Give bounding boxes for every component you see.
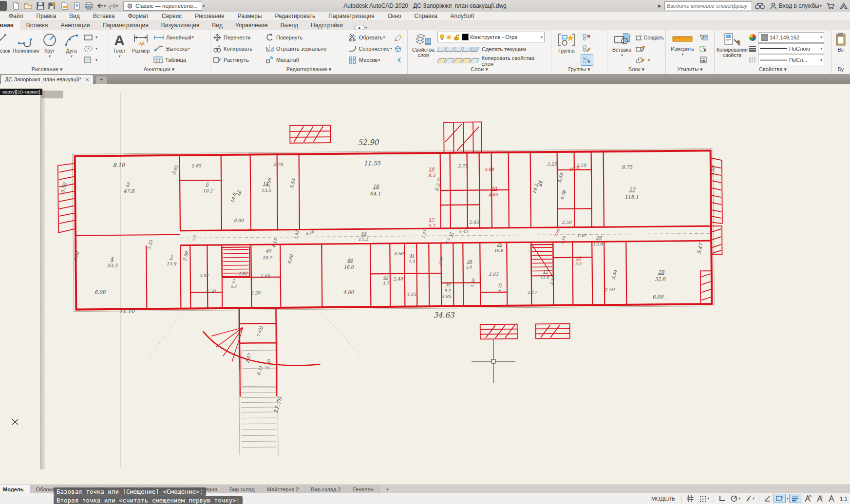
- group-button[interactable]: Группа: [553, 31, 580, 66]
- panel-label-annotation[interactable]: Аннотации ▾: [108, 66, 210, 74]
- leader-button[interactable]: Выноска▾: [152, 43, 206, 54]
- stretch-button[interactable]: Растянуть: [212, 55, 264, 65]
- offset-button[interactable]: [393, 55, 404, 65]
- layout-tab[interactable]: Вир.склад: [224, 485, 261, 493]
- circle-button[interactable]: Круг▾: [38, 31, 60, 66]
- arc-button[interactable]: Дуга▾: [60, 31, 82, 66]
- snap-mode-icon[interactable]: ▾: [697, 494, 711, 504]
- command-prompt-line-1[interactable]: Базовая точка или [Смещение] <Смещение>:: [54, 487, 206, 496]
- sign-in-button[interactable]: Вход в службы: [779, 2, 819, 9]
- workspace-dropdown-icon[interactable]: ▾: [203, 4, 205, 8]
- hatch-tool-button[interactable]: ▾: [82, 55, 102, 65]
- layout-tab[interactable]: Модель: [0, 485, 30, 493]
- group-edit-button[interactable]: [581, 43, 593, 54]
- menu-item[interactable]: AndySoft: [451, 13, 474, 19]
- user-icon[interactable]: [770, 2, 777, 10]
- menu-item[interactable]: Окно: [388, 13, 401, 19]
- panel-label-layers[interactable]: Слои ▾: [408, 66, 551, 74]
- select-similar-button[interactable]: [698, 43, 710, 54]
- panel-label-clipboard[interactable]: Бу: [831, 66, 850, 74]
- attribute-edit-button[interactable]: ▾: [635, 55, 664, 65]
- quick-select-button[interactable]: [698, 32, 710, 43]
- layer-select-combo[interactable]: Конструктив - Огра ▾: [437, 32, 545, 42]
- ortho-mode-icon[interactable]: [717, 494, 727, 503]
- annotation-autoscale-icon[interactable]: [814, 494, 826, 503]
- block-edit-button[interactable]: [635, 43, 664, 54]
- viewport-controls[interactable]: верху][2D-каркас]: [0, 89, 42, 95]
- menu-item[interactable]: Редактировать: [275, 13, 315, 19]
- polyline-button[interactable]: Полилиния: [13, 31, 38, 66]
- ribbon-tab[interactable]: Управление: [229, 20, 274, 30]
- print-icon[interactable]: [84, 1, 94, 11]
- panel-label-utilities[interactable]: Утилиты ▾: [666, 66, 714, 74]
- line-button[interactable]: Отрезок: [0, 31, 13, 66]
- app-store-cart-icon[interactable]: [826, 2, 835, 10]
- menu-item[interactable]: Правка: [37, 13, 57, 19]
- drawing-tab[interactable]: ДС Запоріжжя_план евакуації*✕: [1, 75, 93, 84]
- menu-item[interactable]: Рисование: [195, 13, 224, 19]
- object-snap-icon[interactable]: ▾: [743, 494, 756, 503]
- make-current-label[interactable]: Сделать текущим: [482, 46, 526, 52]
- ribbon-tab[interactable]: Вывод: [274, 20, 304, 30]
- menu-item[interactable]: Вставка: [93, 13, 115, 19]
- panel-label-draw[interactable]: Рисование ▾: [0, 66, 108, 74]
- paste-button[interactable]: Вс: [833, 31, 849, 66]
- menu-item[interactable]: Формат: [128, 13, 149, 19]
- ungroup-button[interactable]: [581, 32, 593, 42]
- lineweight-display-icon[interactable]: [789, 494, 801, 503]
- add-layout-button[interactable]: +: [380, 485, 395, 493]
- layout-tab[interactable]: Генплан: [347, 485, 380, 493]
- ribbon-tab[interactable]: Аннотации: [54, 20, 96, 30]
- calculator-button[interactable]: [699, 55, 709, 65]
- linear-dimension-button[interactable]: Линейный▾: [152, 32, 206, 43]
- ribbon-tab[interactable]: Надстройки: [304, 20, 349, 30]
- dimension-button[interactable]: Размер: [129, 31, 152, 66]
- group-selection-toggle[interactable]: [581, 54, 593, 66]
- make-current-icon[interactable]: [470, 47, 480, 52]
- linetype-select[interactable]: ПоСл...▾: [758, 55, 824, 65]
- match-properties-button[interactable]: Копирование свойств: [716, 31, 748, 66]
- lineweight-select[interactable]: ПоСлою▾: [758, 43, 824, 54]
- ribbon-tab[interactable]: Параметризация: [96, 20, 154, 30]
- text-button[interactable]: A Текст▾: [110, 31, 129, 66]
- ribbon-tab[interactable]: Главная: [0, 20, 20, 30]
- layer-properties-button[interactable]: Свойства слоя: [409, 31, 437, 66]
- panel-label-properties[interactable]: Свойства ▾: [715, 66, 831, 74]
- ribbon-collapse-button[interactable]: ▲▾: [354, 25, 367, 30]
- measure-button[interactable]: Измерить▾: [667, 31, 698, 66]
- search-expand-icon[interactable]: ▶: [658, 3, 661, 8]
- help-search-input[interactable]: [664, 1, 752, 10]
- layer-match-icon[interactable]: [470, 58, 479, 63]
- workspace-switcher[interactable]: Classic — перенесено...: [123, 1, 202, 11]
- explode-box-icon[interactable]: [393, 43, 404, 54]
- menu-item[interactable]: Справка: [415, 13, 437, 19]
- polar-tracking-icon[interactable]: ▾: [728, 494, 742, 503]
- new-icon[interactable]: [11, 1, 20, 11]
- match-layer-label[interactable]: Копировать свойства слоя: [482, 55, 547, 67]
- new-drawing-tab-button[interactable]: +: [96, 76, 107, 84]
- binoculars-icon[interactable]: [755, 2, 765, 10]
- sign-in-dropdown-icon[interactable]: ▾: [820, 4, 822, 8]
- open-icon[interactable]: [23, 1, 33, 11]
- create-block-button[interactable]: Создать: [635, 32, 664, 43]
- dynamic-input-icon[interactable]: [774, 494, 786, 503]
- layout-tab[interactable]: Майстерня 2: [261, 485, 305, 493]
- redo-icon[interactable]: ▾: [109, 1, 118, 11]
- object-color-select[interactable]: 147,149,152▾: [758, 32, 824, 43]
- drawing-canvas[interactable]: 52.9034.6311.7011.558.105.502.653.652.70…: [0, 84, 850, 485]
- ribbon-tab[interactable]: Вставка: [20, 20, 55, 30]
- command-prompt-line-2[interactable]: Вторая точка или <считать смещением перв…: [54, 496, 243, 504]
- layout-tab[interactable]: Вир.склад 2: [305, 485, 347, 493]
- rotate-button[interactable]: Повернуть: [264, 32, 347, 43]
- menu-item[interactable]: Параметризация: [328, 13, 374, 19]
- save-as-icon[interactable]: [48, 1, 57, 11]
- application-menu-button[interactable]: [0, 1, 7, 11]
- autodesk-logo-icon[interactable]: [839, 2, 848, 10]
- menu-item[interactable]: Сервис: [162, 13, 182, 19]
- array-button[interactable]: Массив▾: [347, 55, 392, 65]
- menu-item[interactable]: Файл: [9, 13, 23, 19]
- grid-display-icon[interactable]: [684, 494, 696, 504]
- trim-button[interactable]: Обрезать▾: [347, 32, 392, 43]
- annotation-scale-value[interactable]: 1:1: [838, 495, 850, 503]
- mirror-button[interactable]: Отразить зеркально: [264, 43, 347, 54]
